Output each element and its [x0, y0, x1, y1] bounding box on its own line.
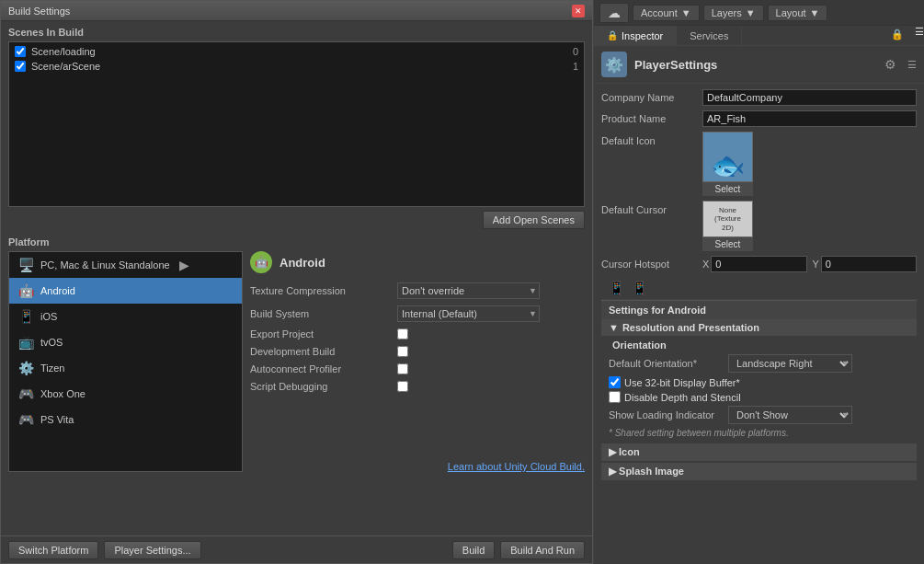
- player-settings-menu-btn[interactable]: ☰: [907, 59, 917, 71]
- inspector-tab-label: Inspector: [622, 30, 663, 41]
- cursor-hotspot-x-input[interactable]: [711, 256, 806, 272]
- development-build-checkbox[interactable]: [397, 346, 408, 357]
- platform-name-pc: PC, Mac & Linux Standalone: [40, 259, 170, 270]
- tab-services[interactable]: Services: [677, 26, 742, 45]
- show-loading-row: Show Loading Indicator Don't Show Progre…: [609, 406, 909, 424]
- build-system-label: Build System: [250, 308, 397, 319]
- disable-depth-checkbox[interactable]: [609, 391, 621, 403]
- tvos-icon: 📺: [17, 333, 35, 351]
- icon-section: ▶ Icon: [601, 443, 917, 461]
- development-build-row: Development Build: [250, 346, 585, 357]
- product-name-input[interactable]: [702, 110, 917, 127]
- product-name-label: Product Name: [601, 113, 702, 124]
- scene-checkbox-loading[interactable]: [15, 46, 26, 57]
- build-footer: Switch Platform Player Settings... Build…: [1, 535, 592, 563]
- inspector-menu-icon[interactable]: ☰: [915, 26, 924, 45]
- texture-compression-dropdown[interactable]: Don't override: [397, 282, 540, 299]
- platform-item-tizen[interactable]: ⚙️ Tizen: [9, 355, 242, 381]
- build-settings-window: Build Settings ✕ Scenes In Build Scene/l…: [0, 0, 593, 564]
- company-name-input[interactable]: [702, 89, 917, 106]
- add-open-scenes-row: Add Open Scenes: [8, 207, 585, 233]
- scene-name-loading: Scene/loading: [31, 46, 96, 57]
- platform-item-xbox[interactable]: 🎮 Xbox One: [9, 381, 242, 407]
- platform-name-ios: iOS: [40, 311, 57, 322]
- disable-depth-label: Disable Depth and Stencil: [624, 392, 741, 403]
- cloud-icon: ☁: [608, 6, 621, 20]
- platform-item-psvita[interactable]: 🎮 PS Vita: [9, 407, 242, 432]
- splash-section-header[interactable]: ▶ Splash Image: [601, 463, 917, 480]
- product-name-row: Product Name: [601, 110, 917, 127]
- scenes-section-label: Scenes In Build: [8, 27, 585, 38]
- platform-name-tvos: tvOS: [40, 337, 63, 348]
- resolution-body: Orientation Default Orientation* Landsca…: [601, 336, 917, 442]
- platform-item-tvos[interactable]: 📺 tvOS: [9, 329, 242, 355]
- cursor-hotspot-y-input[interactable]: [821, 256, 917, 272]
- psvita-icon: 🎮: [17, 410, 35, 429]
- layout-button[interactable]: Layout ▼: [768, 5, 828, 21]
- phone-portrait-tab[interactable]: 📱: [609, 281, 624, 295]
- resolution-header[interactable]: ▼ Resolution and Presentation: [601, 319, 917, 336]
- autoconnect-profiler-checkbox[interactable]: [397, 363, 408, 374]
- tab-inspector[interactable]: 🔒 Inspector: [594, 26, 677, 45]
- scene-item-loading: Scene/loading 0: [11, 44, 582, 59]
- phone-landscape-tab[interactable]: 📱: [632, 281, 647, 295]
- build-system-dropdown[interactable]: Internal (Default): [397, 305, 540, 322]
- use32bit-checkbox[interactable]: [609, 376, 621, 388]
- disable-depth-row: Disable Depth and Stencil: [609, 391, 909, 403]
- scene-checkbox-arscene[interactable]: [15, 61, 26, 72]
- default-icon-row: Default Icon 🐟 Select: [601, 132, 917, 196]
- platform-item-android[interactable]: 🤖 Android: [9, 278, 242, 304]
- platform-item-ios[interactable]: 📱 iOS: [9, 304, 242, 329]
- cursor-select-button[interactable]: Select: [702, 237, 753, 251]
- title-bar: Build Settings ✕: [1, 1, 592, 21]
- scenes-section: Scenes In Build Scene/loading 0 Scene/ar…: [1, 21, 592, 236]
- player-settings-title: PlayerSettings: [634, 58, 717, 72]
- unity-topbar: ☁ Account ▼ Layers ▼ Layout ▼: [594, 0, 924, 26]
- cursor-hotspot-row: Cursor Hotspot X Y: [601, 256, 917, 272]
- autoconnect-profiler-label: Autoconnect Profiler: [250, 363, 397, 374]
- account-button[interactable]: Account ▼: [633, 5, 700, 21]
- default-icon-preview: 🐟 Select: [702, 132, 753, 196]
- build-button[interactable]: Build: [452, 541, 495, 559]
- account-arrow: ▼: [681, 7, 691, 18]
- settings-android-label: Settings for Android: [609, 305, 706, 316]
- switch-platform-button[interactable]: Switch Platform: [8, 541, 98, 559]
- script-debugging-row: Script Debugging: [250, 381, 585, 392]
- layers-label: Layers: [712, 7, 742, 18]
- show-loading-wrapper: Don't Show Progressive Bar ▼: [728, 406, 852, 424]
- layers-arrow: ▼: [746, 7, 756, 18]
- pc-icon: 🖥️: [17, 256, 35, 274]
- icon-select-button[interactable]: Select: [702, 182, 753, 196]
- fish-icon: 🐟: [711, 149, 745, 181]
- close-button[interactable]: ✕: [572, 5, 585, 17]
- default-cursor-preview: None(Texture2D) Select: [702, 201, 753, 251]
- player-settings-gear-btn[interactable]: ⚙: [884, 57, 896, 72]
- default-orientation-dropdown[interactable]: Landscape Right Portrait Landscape Left …: [728, 354, 852, 373]
- cursor-preview-text: None(Texture2D): [714, 206, 741, 233]
- add-open-scenes-button[interactable]: Add Open Scenes: [483, 211, 585, 229]
- company-name-row: Company Name: [601, 89, 917, 106]
- lock-icon[interactable]: 🔒: [884, 26, 911, 45]
- platform-list: 🖥️ PC, Mac & Linux Standalone ▶ 🤖 Androi…: [8, 251, 243, 472]
- player-settings-button[interactable]: Player Settings...: [104, 541, 200, 559]
- platform-item-pc[interactable]: 🖥️ PC, Mac & Linux Standalone ▶: [9, 252, 242, 278]
- default-orientation-row: Default Orientation* Landscape Right Por…: [609, 354, 909, 373]
- build-and-run-button[interactable]: Build And Run: [500, 541, 585, 559]
- icon-section-header[interactable]: ▶ Icon: [601, 443, 917, 461]
- export-project-checkbox[interactable]: [397, 328, 408, 340]
- build-system-row: Build System Internal (Default) ▼: [250, 305, 585, 322]
- android-header: 🤖 Android: [250, 251, 585, 273]
- icon-section-arrow: ▶: [609, 446, 616, 457]
- layout-arrow: ▼: [810, 7, 820, 18]
- show-loading-dropdown[interactable]: Don't Show Progressive Bar: [728, 406, 852, 424]
- cloud-build-link[interactable]: Learn about Unity Cloud Build.: [448, 461, 585, 472]
- script-debugging-checkbox[interactable]: [397, 381, 408, 392]
- layers-button[interactable]: Layers ▼: [703, 5, 764, 21]
- cursor-hotspot-label: Cursor Hotspot: [601, 259, 702, 270]
- orientation-dropdown-wrapper: Landscape Right Portrait Landscape Left …: [728, 354, 852, 373]
- use32bit-row: Use 32-bit Display Buffer*: [609, 376, 909, 388]
- inspector-icon-tabs: 📱 📱: [601, 277, 917, 300]
- cloud-button[interactable]: ☁: [599, 3, 629, 23]
- build-settings-panel: 🤖 Android Texture Compression Don't over…: [250, 251, 585, 472]
- use32bit-label: Use 32-bit Display Buffer*: [624, 377, 740, 388]
